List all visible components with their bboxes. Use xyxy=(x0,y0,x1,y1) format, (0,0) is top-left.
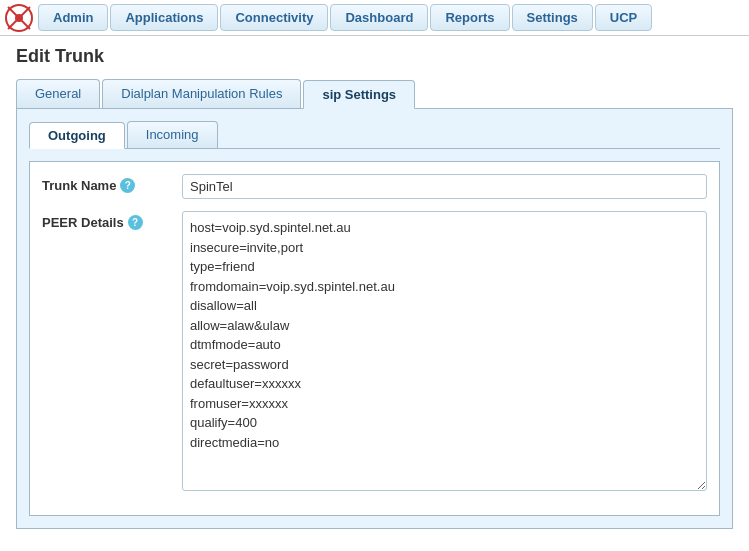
trunk-name-label: Trunk Name ? xyxy=(42,174,182,193)
nav-tab-applications[interactable]: Applications xyxy=(110,4,218,31)
main-tabs: General Dialplan Manipulation Rules sip … xyxy=(16,79,733,109)
nav-tab-reports[interactable]: Reports xyxy=(430,4,509,31)
top-nav: Admin Applications Connectivity Dashboar… xyxy=(0,0,749,36)
tab-dialplan[interactable]: Dialplan Manipulation Rules xyxy=(102,79,301,108)
nav-tab-admin[interactable]: Admin xyxy=(38,4,108,31)
subtab-outgoing[interactable]: Outgoing xyxy=(29,122,125,149)
svg-point-3 xyxy=(15,14,23,22)
sip-settings-panel: Outgoing Incoming Trunk Name ? PEER Deta… xyxy=(16,109,733,529)
nav-tab-settings[interactable]: Settings xyxy=(512,4,593,31)
sub-tabs: Outgoing Incoming xyxy=(29,121,720,149)
peer-details-label: PEER Details ? xyxy=(42,211,182,230)
nav-tab-ucp[interactable]: UCP xyxy=(595,4,652,31)
peer-details-help-icon[interactable]: ? xyxy=(128,215,143,230)
tab-general[interactable]: General xyxy=(16,79,100,108)
page-title: Edit Trunk xyxy=(16,46,733,67)
nav-tab-dashboard[interactable]: Dashboard xyxy=(330,4,428,31)
app-logo xyxy=(4,3,34,33)
subtab-incoming[interactable]: Incoming xyxy=(127,121,218,148)
trunk-name-input[interactable] xyxy=(182,174,707,199)
peer-details-row: PEER Details ? xyxy=(42,211,707,491)
form-area: Trunk Name ? PEER Details ? xyxy=(29,161,720,516)
tab-sip-settings[interactable]: sip Settings xyxy=(303,80,415,109)
trunk-name-row: Trunk Name ? xyxy=(42,174,707,199)
page-content: Edit Trunk General Dialplan Manipulation… xyxy=(0,36,749,539)
nav-tab-connectivity[interactable]: Connectivity xyxy=(220,4,328,31)
peer-details-textarea[interactable] xyxy=(182,211,707,491)
trunk-name-help-icon[interactable]: ? xyxy=(120,178,135,193)
